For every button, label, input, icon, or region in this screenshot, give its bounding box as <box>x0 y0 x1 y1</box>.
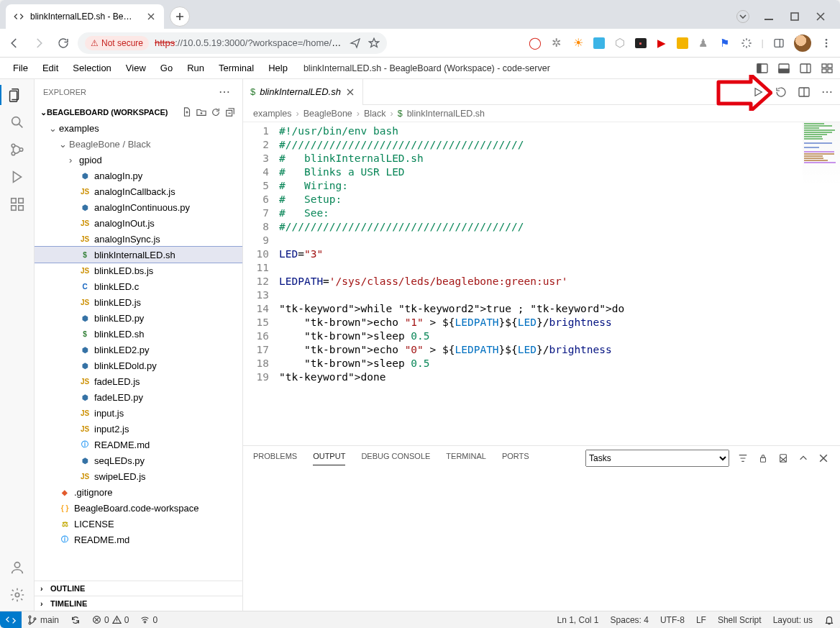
breadcrumb-item[interactable]: examples <box>253 109 292 119</box>
status-indentation[interactable]: Spaces: 4 <box>605 615 654 625</box>
remote-indicator[interactable] <box>0 611 22 629</box>
maximize-panel-icon[interactable] <box>797 452 810 465</box>
window-close-button[interactable] <box>814 10 827 23</box>
file-tree[interactable]: ⌄examples⌄BeagleBone / Black›gpiod⬢analo… <box>35 120 242 581</box>
menu-file[interactable]: File <box>6 60 35 76</box>
close-panel-icon[interactable] <box>817 452 830 465</box>
timeline-section[interactable]: ›TIMELINE <box>35 596 242 611</box>
ext-icon[interactable] <box>677 37 688 49</box>
file-item[interactable]: ◆.gitignore <box>35 484 242 500</box>
status-git-branch[interactable]: main <box>22 615 65 625</box>
side-panel-icon[interactable] <box>772 37 785 50</box>
send-icon[interactable] <box>350 37 361 49</box>
browser-menu-icon[interactable] <box>820 37 833 50</box>
menu-run[interactable]: Run <box>180 60 211 76</box>
status-notifications-icon[interactable] <box>818 615 840 625</box>
file-item[interactable]: JSfadeLED.js <box>35 373 242 389</box>
file-item[interactable]: ⬢fadeLED.py <box>35 389 242 405</box>
source-control-icon[interactable] <box>7 140 27 160</box>
layout-sidebar-right-icon[interactable] <box>798 61 813 76</box>
collapse-all-icon[interactable] <box>224 106 237 119</box>
file-item[interactable]: ⚖LICENSE <box>35 516 242 532</box>
ext-icon[interactable]: ☀ <box>572 37 585 50</box>
window-maximize-button[interactable] <box>788 10 801 23</box>
panel-tab-ports[interactable]: PORTS <box>502 452 529 465</box>
status-cursor-position[interactable]: Ln 1, Col 1 <box>551 615 604 625</box>
file-item[interactable]: JSblinkLED.bs.js <box>35 263 242 278</box>
back-button[interactable] <box>7 36 22 50</box>
layout-sidebar-left-icon[interactable] <box>755 61 770 76</box>
breadcrumbs[interactable]: examples› BeagleBone› Black› $ blinkInte… <box>243 105 840 122</box>
status-language-mode[interactable]: Shell Script <box>712 615 767 625</box>
output-channel-select[interactable]: Tasks <box>585 450 729 467</box>
file-item[interactable]: ⓘREADME.md <box>35 532 242 547</box>
panel-tab-output[interactable]: OUTPUT <box>313 452 345 465</box>
ext-icon[interactable]: ✲ <box>550 37 563 50</box>
ext-icon[interactable]: ▶ <box>655 37 668 50</box>
ext-icon[interactable]: ⚑ <box>718 37 731 50</box>
file-item[interactable]: ⬢blinkLED.py <box>35 310 242 326</box>
folder-item[interactable]: ⌄BeagleBone / Black <box>35 136 242 152</box>
ext-icon[interactable]: ⬡ <box>613 37 626 50</box>
file-item[interactable]: JSanalogInSync.js <box>35 231 242 247</box>
outline-section[interactable]: ›OUTLINE <box>35 581 242 596</box>
folder-item[interactable]: ⌄examples <box>35 120 242 136</box>
file-item[interactable]: JSblinkLED.js <box>35 294 242 310</box>
folder-item[interactable]: ›gpiod <box>35 152 242 168</box>
status-problems[interactable]: 0 0 <box>86 615 134 625</box>
address-bar[interactable]: Not secure https://10.0.5.19:3000/?works… <box>78 32 387 54</box>
refresh-icon[interactable] <box>209 106 222 119</box>
menu-selection[interactable]: Selection <box>65 60 118 76</box>
ext-icon[interactable] <box>593 37 605 49</box>
extensions-icon[interactable] <box>740 37 753 50</box>
status-keyboard-layout[interactable]: Layout: us <box>767 615 818 625</box>
forward-button[interactable] <box>32 36 46 50</box>
breadcrumb-item[interactable]: Black <box>364 109 386 119</box>
status-sync[interactable] <box>65 615 86 625</box>
window-minimize-button[interactable] <box>762 10 775 23</box>
status-ports[interactable]: 0 <box>134 615 163 625</box>
file-item[interactable]: JSswipeLED.js <box>35 468 242 484</box>
file-item[interactable]: JSinput.js <box>35 405 242 421</box>
file-item[interactable]: ⬢analogInContinuous.py <box>35 199 242 215</box>
menu-view[interactable]: View <box>119 60 153 76</box>
split-editor-icon[interactable] <box>797 85 811 99</box>
open-timeline-icon[interactable] <box>774 85 788 99</box>
clear-output-icon[interactable] <box>777 452 790 465</box>
file-item[interactable]: { }BeagleBoard.code-workspace <box>35 500 242 516</box>
tab-search-button[interactable] <box>736 10 749 23</box>
menu-help[interactable]: Help <box>261 60 295 76</box>
close-icon[interactable] <box>345 87 355 97</box>
status-encoding[interactable]: UTF-8 <box>654 615 690 625</box>
new-file-icon[interactable] <box>181 106 193 119</box>
breadcrumb-item[interactable]: blinkInternalLED.sh <box>407 109 485 119</box>
search-icon[interactable] <box>7 112 27 132</box>
breadcrumb-item[interactable]: BeagleBone <box>303 109 352 119</box>
file-item[interactable]: $blinkInternalLED.sh <box>35 247 242 263</box>
file-item[interactable]: JSanalogInCallback.js <box>35 183 242 199</box>
file-item[interactable]: JSinput2.js <box>35 421 242 437</box>
new-folder-icon[interactable] <box>195 106 208 119</box>
minimap[interactable] <box>803 122 840 445</box>
close-icon[interactable] <box>145 11 157 22</box>
file-item[interactable]: ⓘREADME.md <box>35 437 242 452</box>
customize-layout-icon[interactable] <box>820 61 834 76</box>
accounts-icon[interactable] <box>7 558 27 578</box>
explorer-icon[interactable] <box>0 85 27 105</box>
ext-icon[interactable]: ▪ <box>635 38 647 48</box>
explorer-more-icon[interactable]: ⋯ <box>216 85 234 99</box>
filter-icon[interactable] <box>736 452 749 465</box>
menu-edit[interactable]: Edit <box>35 60 65 76</box>
bookmark-star-icon[interactable] <box>368 37 380 49</box>
profile-avatar[interactable] <box>794 35 811 52</box>
chevron-down-icon[interactable]: ⌄ <box>40 108 47 117</box>
ext-icon[interactable]: ◯ <box>529 37 542 50</box>
not-secure-badge[interactable]: Not secure <box>85 36 149 50</box>
browser-tab[interactable]: blinkInternalLED.sh - Be… <box>6 4 164 29</box>
menu-go[interactable]: Go <box>153 60 180 76</box>
panel-tab-terminal[interactable]: TERMINAL <box>446 452 486 465</box>
file-item[interactable]: CblinkLED.c <box>35 278 242 294</box>
panel-tab-debug-console[interactable]: DEBUG CONSOLE <box>361 452 430 465</box>
lock-scroll-icon[interactable] <box>757 452 770 465</box>
editor-tab[interactable]: $ blinkInternalLED.sh <box>243 79 363 105</box>
